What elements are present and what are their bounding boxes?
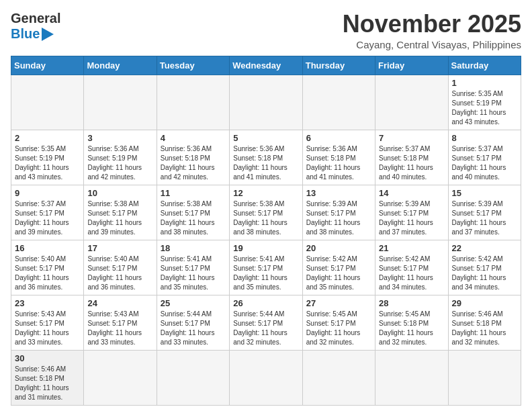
day-number: 21 (379, 243, 444, 253)
calendar-day-cell: 18Sunrise: 5:41 AM Sunset: 5:17 PM Dayli… (157, 240, 229, 295)
calendar-day-cell: 23Sunrise: 5:43 AM Sunset: 5:17 PM Dayli… (11, 295, 84, 350)
day-info: Sunrise: 5:35 AM Sunset: 5:19 PM Dayligh… (15, 144, 80, 182)
day-number: 6 (306, 133, 371, 143)
calendar-day-cell (84, 75, 157, 130)
calendar-table: SundayMondayTuesdayWednesdayThursdayFrid… (11, 56, 521, 406)
location-subtitle: Cayang, Central Visayas, Philippines (343, 39, 521, 50)
calendar-day-cell: 22Sunrise: 5:42 AM Sunset: 5:17 PM Dayli… (448, 240, 521, 295)
calendar-day-cell: 3Sunrise: 5:36 AM Sunset: 5:19 PM Daylig… (84, 130, 157, 185)
calendar-day-cell: 11Sunrise: 5:38 AM Sunset: 5:17 PM Dayli… (157, 185, 229, 240)
calendar-day-cell: 29Sunrise: 5:46 AM Sunset: 5:18 PM Dayli… (448, 295, 521, 350)
day-number: 24 (87, 298, 152, 308)
day-number: 23 (15, 298, 80, 308)
day-number: 5 (233, 133, 298, 143)
calendar-day-cell (302, 75, 375, 130)
day-info: Sunrise: 5:43 AM Sunset: 5:17 PM Dayligh… (87, 310, 152, 347)
day-info: Sunrise: 5:42 AM Sunset: 5:17 PM Dayligh… (306, 255, 371, 292)
calendar-day-cell: 21Sunrise: 5:42 AM Sunset: 5:17 PM Dayli… (375, 240, 448, 295)
calendar-day-cell: 2Sunrise: 5:35 AM Sunset: 5:19 PM Daylig… (11, 130, 84, 185)
calendar-day-cell: 8Sunrise: 5:37 AM Sunset: 5:17 PM Daylig… (448, 130, 521, 185)
calendar-day-cell (157, 75, 229, 130)
calendar-day-cell: 6Sunrise: 5:36 AM Sunset: 5:18 PM Daylig… (302, 130, 375, 185)
day-info: Sunrise: 5:46 AM Sunset: 5:18 PM Dayligh… (15, 365, 80, 402)
calendar-day-cell: 26Sunrise: 5:44 AM Sunset: 5:17 PM Dayli… (230, 295, 302, 350)
weekday-header-cell: Thursday (302, 56, 375, 75)
day-info: Sunrise: 5:39 AM Sunset: 5:17 PM Dayligh… (379, 199, 444, 237)
day-number: 27 (306, 298, 371, 308)
day-info: Sunrise: 5:46 AM Sunset: 5:18 PM Dayligh… (452, 310, 517, 347)
day-number: 14 (379, 188, 444, 198)
day-number: 3 (87, 133, 152, 143)
calendar-day-cell: 14Sunrise: 5:39 AM Sunset: 5:17 PM Dayli… (375, 185, 448, 240)
calendar-week-row: 23Sunrise: 5:43 AM Sunset: 5:17 PM Dayli… (11, 295, 521, 350)
day-info: Sunrise: 5:36 AM Sunset: 5:18 PM Dayligh… (306, 144, 371, 182)
weekday-header-row: SundayMondayTuesdayWednesdayThursdayFrid… (11, 56, 521, 75)
calendar-day-cell: 27Sunrise: 5:45 AM Sunset: 5:17 PM Dayli… (302, 295, 375, 350)
month-year-title: November 2025 (343, 11, 521, 38)
day-info: Sunrise: 5:36 AM Sunset: 5:19 PM Dayligh… (87, 144, 152, 182)
calendar-body: 1Sunrise: 5:35 AM Sunset: 5:19 PM Daylig… (11, 75, 521, 405)
day-number: 7 (379, 133, 444, 143)
day-info: Sunrise: 5:42 AM Sunset: 5:17 PM Dayligh… (452, 255, 517, 292)
calendar-day-cell (11, 75, 84, 130)
day-number: 1 (452, 78, 517, 88)
calendar-week-row: 30Sunrise: 5:46 AM Sunset: 5:18 PM Dayli… (11, 350, 521, 405)
calendar-day-cell (230, 350, 302, 405)
day-number: 10 (87, 188, 152, 198)
calendar-week-row: 9Sunrise: 5:37 AM Sunset: 5:17 PM Daylig… (11, 185, 521, 240)
day-info: Sunrise: 5:37 AM Sunset: 5:18 PM Dayligh… (379, 144, 444, 182)
day-info: Sunrise: 5:36 AM Sunset: 5:18 PM Dayligh… (161, 144, 226, 182)
day-number: 15 (452, 188, 517, 198)
day-info: Sunrise: 5:42 AM Sunset: 5:17 PM Dayligh… (379, 255, 444, 292)
weekday-header-cell: Monday (84, 56, 157, 75)
calendar-day-cell: 20Sunrise: 5:42 AM Sunset: 5:17 PM Dayli… (302, 240, 375, 295)
day-number: 13 (306, 188, 371, 198)
title-section: November 2025 Cayang, Central Visayas, P… (343, 11, 521, 50)
day-info: Sunrise: 5:44 AM Sunset: 5:17 PM Dayligh… (161, 310, 226, 347)
calendar-day-cell (448, 350, 521, 405)
logo-general: General (11, 11, 60, 26)
calendar-day-cell: 7Sunrise: 5:37 AM Sunset: 5:18 PM Daylig… (375, 130, 448, 185)
day-number: 22 (452, 243, 517, 253)
day-info: Sunrise: 5:37 AM Sunset: 5:17 PM Dayligh… (15, 199, 80, 237)
day-number: 29 (452, 298, 517, 308)
calendar-week-row: 2Sunrise: 5:35 AM Sunset: 5:19 PM Daylig… (11, 130, 521, 185)
calendar-day-cell: 13Sunrise: 5:39 AM Sunset: 5:17 PM Dayli… (302, 185, 375, 240)
calendar-day-cell: 19Sunrise: 5:41 AM Sunset: 5:17 PM Dayli… (230, 240, 302, 295)
day-info: Sunrise: 5:40 AM Sunset: 5:17 PM Dayligh… (87, 255, 152, 292)
calendar-day-cell: 12Sunrise: 5:38 AM Sunset: 5:17 PM Dayli… (230, 185, 302, 240)
calendar-day-cell (84, 350, 157, 405)
day-number: 20 (306, 243, 371, 253)
day-number: 28 (379, 298, 444, 308)
day-info: Sunrise: 5:37 AM Sunset: 5:17 PM Dayligh… (452, 144, 517, 182)
calendar-day-cell (302, 350, 375, 405)
day-number: 12 (233, 188, 298, 198)
day-number: 16 (15, 243, 80, 253)
day-number: 18 (161, 243, 226, 253)
calendar-day-cell: 5Sunrise: 5:36 AM Sunset: 5:18 PM Daylig… (230, 130, 302, 185)
calendar-day-cell: 15Sunrise: 5:39 AM Sunset: 5:17 PM Dayli… (448, 185, 521, 240)
weekday-header-cell: Saturday (448, 56, 521, 75)
day-number: 30 (15, 353, 80, 363)
logo-blue: Blue (11, 26, 40, 42)
day-number: 17 (87, 243, 152, 253)
calendar-week-row: 16Sunrise: 5:40 AM Sunset: 5:17 PM Dayli… (11, 240, 521, 295)
calendar-day-cell (157, 350, 229, 405)
weekday-header-cell: Sunday (11, 56, 84, 75)
calendar-day-cell (230, 75, 302, 130)
calendar-day-cell: 25Sunrise: 5:44 AM Sunset: 5:17 PM Dayli… (157, 295, 229, 350)
day-number: 25 (161, 298, 226, 308)
calendar-day-cell: 17Sunrise: 5:40 AM Sunset: 5:17 PM Dayli… (84, 240, 157, 295)
day-number: 4 (161, 133, 226, 143)
day-number: 8 (452, 133, 517, 143)
day-info: Sunrise: 5:38 AM Sunset: 5:17 PM Dayligh… (87, 199, 152, 237)
calendar-day-cell: 1Sunrise: 5:35 AM Sunset: 5:19 PM Daylig… (448, 75, 521, 130)
day-info: Sunrise: 5:38 AM Sunset: 5:17 PM Dayligh… (161, 199, 226, 237)
calendar-day-cell: 4Sunrise: 5:36 AM Sunset: 5:18 PM Daylig… (157, 130, 229, 185)
calendar-day-cell: 24Sunrise: 5:43 AM Sunset: 5:17 PM Dayli… (84, 295, 157, 350)
day-number: 9 (15, 188, 80, 198)
day-info: Sunrise: 5:36 AM Sunset: 5:18 PM Dayligh… (233, 144, 298, 182)
logo-arrow-icon (42, 28, 54, 41)
calendar-day-cell (375, 75, 448, 130)
day-info: Sunrise: 5:39 AM Sunset: 5:17 PM Dayligh… (452, 199, 517, 237)
